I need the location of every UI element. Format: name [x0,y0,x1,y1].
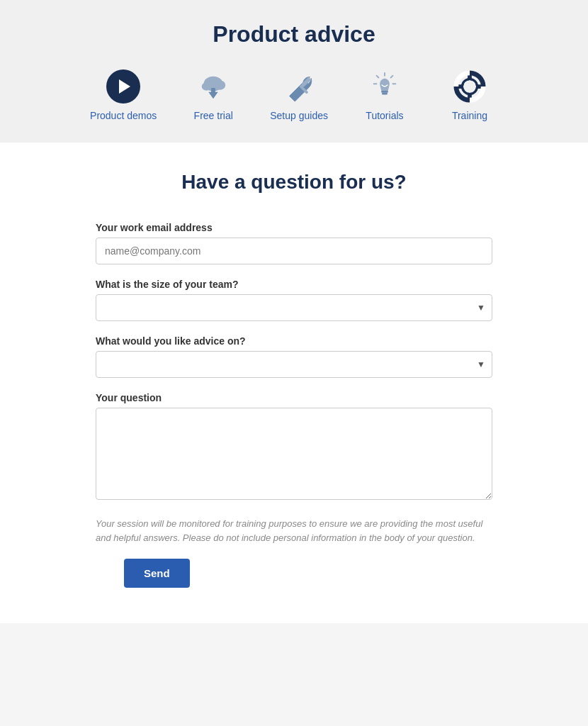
disclaimer-text: Your session will be monitored for train… [96,517,492,544]
svg-rect-12 [382,93,388,95]
send-button[interactable]: Send [124,559,190,588]
team-size-select-wrapper: 1–10 11–50 51–200 201+ ▼ [96,294,492,321]
bulb-icon [367,69,402,104]
svg-point-2 [202,82,211,91]
svg-marker-4 [209,92,218,99]
nav-item-setup-guides[interactable]: Setup guides [270,69,328,121]
form-container: Your work email address What is the size… [96,222,492,503]
svg-point-1 [215,80,225,89]
question-textarea[interactable] [96,408,492,500]
nav-item-free-trial[interactable]: Free trial [185,69,242,121]
form-title: Have a question for us? [28,171,560,194]
email-input[interactable] [96,238,492,264]
advice-label: What would you like advice on? [96,335,492,347]
email-label: Your work email address [96,222,492,233]
team-size-label: What is the size of your team? [96,279,492,290]
question-label: Your question [96,392,492,403]
svg-rect-11 [381,91,388,93]
svg-line-9 [376,76,378,78]
nav-item-training[interactable]: Training [441,69,498,121]
cloud-download-icon [196,69,231,104]
nav-label-training: Training [452,110,487,121]
advice-select-wrapper: Pricing Features Integration ▼ [96,351,492,378]
nav-label-tutorials: Tutorials [366,110,403,121]
team-size-group: What is the size of your team? 1–10 11–5… [96,279,492,321]
lifebuoy-icon [452,69,487,104]
nav-label-free-trial: Free trial [194,110,233,121]
nav-item-product-demos[interactable]: Product demos [90,69,157,121]
nav-label-setup-guides: Setup guides [270,110,328,121]
email-group: Your work email address [96,222,492,264]
page-title: Product advice [14,21,574,48]
play-icon [106,69,141,104]
advice-select[interactable]: Pricing Features Integration [96,351,492,378]
question-group: Your question [96,392,492,503]
advice-group: What would you like advice on? Pricing F… [96,335,492,378]
team-size-select[interactable]: 1–10 11–50 51–200 201+ [96,294,492,321]
svg-line-7 [391,76,393,78]
nav-item-tutorials[interactable]: Tutorials [356,69,413,121]
header-section: Product advice Product demos [0,0,588,143]
nav-bar: Product demos Free trial [14,69,574,121]
wrench-icon [281,69,317,104]
nav-label-product-demos: Product demos [90,110,157,121]
main-content: Have a question for us? Your work email … [0,143,588,623]
